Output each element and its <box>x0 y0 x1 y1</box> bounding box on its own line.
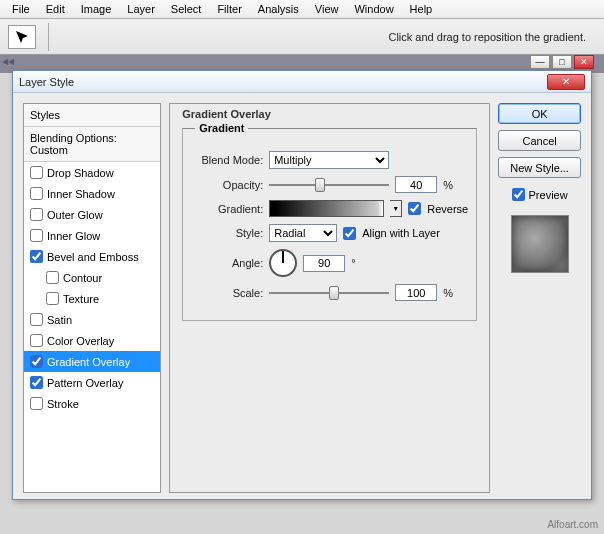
menu-file[interactable]: File <box>4 1 38 17</box>
opacity-slider[interactable] <box>269 178 389 192</box>
sidebar-item-outer-glow[interactable]: Outer Glow <box>24 204 160 225</box>
gradient-label: Gradient: <box>191 203 263 215</box>
move-tool-icon[interactable] <box>8 25 36 49</box>
menu-image[interactable]: Image <box>73 1 120 17</box>
sidebar-checkbox-drop-shadow[interactable] <box>30 166 43 179</box>
scale-label: Scale: <box>191 287 263 299</box>
panel-title: Gradient Overlay <box>182 108 477 120</box>
effect-settings-panel: Gradient Overlay Gradient Blend Mode: Mu… <box>169 103 490 493</box>
sidebar-checkbox-outer-glow[interactable] <box>30 208 43 221</box>
window-controls: — □ ✕ <box>530 55 594 69</box>
sidebar-item-label: Bevel and Emboss <box>47 251 139 263</box>
fieldset-legend: Gradient <box>195 122 248 134</box>
sidebar-item-drop-shadow[interactable]: Drop Shadow <box>24 162 160 183</box>
layer-style-dialog: Layer Style ✕ Styles Blending Options: C… <box>12 70 592 500</box>
gradient-dropdown-icon[interactable] <box>390 200 402 217</box>
preview-checkbox[interactable] <box>512 188 525 201</box>
minimize-button[interactable]: — <box>530 55 550 69</box>
gradient-fieldset: Gradient Blend Mode: Multiply Opacity: % <box>182 122 477 321</box>
sidebar-item-inner-shadow[interactable]: Inner Shadow <box>24 183 160 204</box>
sidebar-checkbox-satin[interactable] <box>30 313 43 326</box>
menu-select[interactable]: Select <box>163 1 210 17</box>
sidebar-header-styles[interactable]: Styles <box>24 104 160 127</box>
angle-dial[interactable] <box>269 249 297 277</box>
gradient-swatch[interactable] <box>269 200 384 217</box>
sidebar-item-label: Drop Shadow <box>47 167 114 179</box>
watermark: Alfoart.com <box>547 519 598 530</box>
sidebar-item-label: Inner Glow <box>47 230 100 242</box>
preview-thumbnail <box>511 215 569 273</box>
new-style-button[interactable]: New Style... <box>498 157 581 178</box>
angle-input[interactable] <box>303 255 345 272</box>
opacity-input[interactable] <box>395 176 437 193</box>
sidebar-item-bevel-and-emboss[interactable]: Bevel and Emboss <box>24 246 160 267</box>
maximize-button[interactable]: □ <box>552 55 572 69</box>
scale-slider[interactable] <box>269 286 389 300</box>
sidebar-item-contour[interactable]: Contour <box>24 267 160 288</box>
sidebar-checkbox-inner-shadow[interactable] <box>30 187 43 200</box>
menu-layer[interactable]: Layer <box>119 1 163 17</box>
sidebar-item-inner-glow[interactable]: Inner Glow <box>24 225 160 246</box>
opacity-label: Opacity: <box>191 179 263 191</box>
angle-label: Angle: <box>191 257 263 269</box>
scale-unit: % <box>443 287 453 299</box>
options-bar: Click and drag to reposition the gradien… <box>0 19 604 55</box>
ok-button[interactable]: OK <box>498 103 581 124</box>
sidebar-checkbox-texture[interactable] <box>46 292 59 305</box>
sidebar-item-pattern-overlay[interactable]: Pattern Overlay <box>24 372 160 393</box>
sidebar-item-color-overlay[interactable]: Color Overlay <box>24 330 160 351</box>
separator <box>48 23 49 51</box>
app-menubar: FileEditImageLayerSelectFilterAnalysisVi… <box>0 0 604 19</box>
menu-analysis[interactable]: Analysis <box>250 1 307 17</box>
options-hint: Click and drag to reposition the gradien… <box>388 31 586 43</box>
sidebar-item-label: Gradient Overlay <box>47 356 130 368</box>
sidebar-item-label: Inner Shadow <box>47 188 115 200</box>
sidebar-item-gradient-overlay[interactable]: Gradient Overlay <box>24 351 160 372</box>
menu-filter[interactable]: Filter <box>209 1 249 17</box>
sidebar-checkbox-stroke[interactable] <box>30 397 43 410</box>
dialog-buttons: OK Cancel New Style... Preview <box>498 103 581 493</box>
dialog-titlebar: Layer Style ✕ <box>13 71 591 93</box>
menu-view[interactable]: View <box>307 1 347 17</box>
style-select[interactable]: Radial <box>269 224 337 242</box>
effects-sidebar: Styles Blending Options: Custom Drop Sha… <box>23 103 161 493</box>
menu-edit[interactable]: Edit <box>38 1 73 17</box>
sidebar-item-texture[interactable]: Texture <box>24 288 160 309</box>
panel-collapse-icon[interactable]: ◀◀ <box>2 57 14 66</box>
reverse-checkbox[interactable] <box>408 202 421 215</box>
close-button[interactable]: ✕ <box>574 55 594 69</box>
sidebar-blending-options[interactable]: Blending Options: Custom <box>24 127 160 162</box>
sidebar-checkbox-contour[interactable] <box>46 271 59 284</box>
sidebar-item-stroke[interactable]: Stroke <box>24 393 160 414</box>
style-label: Style: <box>191 227 263 239</box>
sidebar-checkbox-inner-glow[interactable] <box>30 229 43 242</box>
blendmode-select[interactable]: Multiply <box>269 151 389 169</box>
sidebar-checkbox-gradient-overlay[interactable] <box>30 355 43 368</box>
sidebar-item-satin[interactable]: Satin <box>24 309 160 330</box>
sidebar-checkbox-bevel-and-emboss[interactable] <box>30 250 43 263</box>
blendmode-label: Blend Mode: <box>191 154 263 166</box>
sidebar-item-label: Outer Glow <box>47 209 103 221</box>
opacity-unit: % <box>443 179 453 191</box>
align-checkbox[interactable] <box>343 227 356 240</box>
cancel-button[interactable]: Cancel <box>498 130 581 151</box>
scale-input[interactable] <box>395 284 437 301</box>
reverse-label: Reverse <box>427 203 468 215</box>
sidebar-item-label: Satin <box>47 314 72 326</box>
sidebar-checkbox-pattern-overlay[interactable] <box>30 376 43 389</box>
sidebar-item-label: Contour <box>63 272 102 284</box>
menu-window[interactable]: Window <box>346 1 401 17</box>
dialog-title: Layer Style <box>19 76 74 88</box>
menu-help[interactable]: Help <box>402 1 441 17</box>
dialog-close-button[interactable]: ✕ <box>547 74 585 90</box>
align-label: Align with Layer <box>362 227 440 239</box>
sidebar-item-label: Color Overlay <box>47 335 114 347</box>
sidebar-item-label: Pattern Overlay <box>47 377 123 389</box>
sidebar-checkbox-color-overlay[interactable] <box>30 334 43 347</box>
sidebar-item-label: Texture <box>63 293 99 305</box>
preview-label: Preview <box>529 189 568 201</box>
angle-unit: ° <box>351 257 355 269</box>
sidebar-item-label: Stroke <box>47 398 79 410</box>
